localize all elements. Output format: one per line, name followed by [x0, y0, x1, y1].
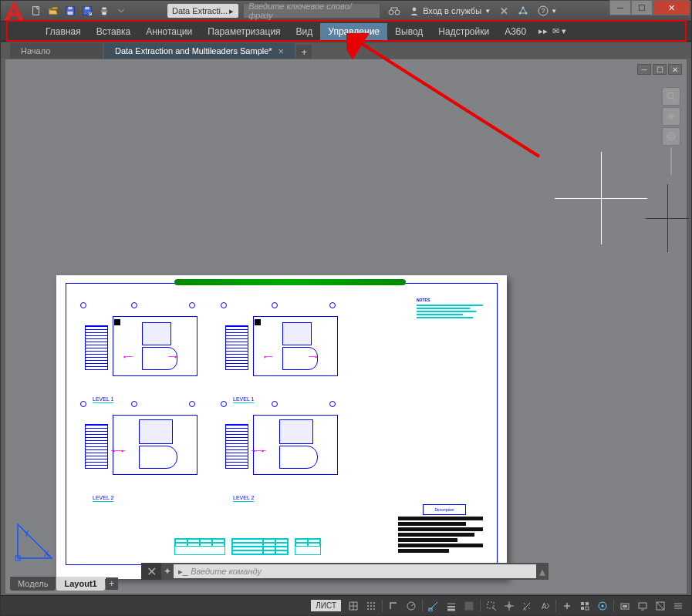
svg-point-28 — [373, 605, 375, 607]
landscape-hedge — [174, 279, 406, 285]
exchange-apps-icon[interactable]: ✕ — [497, 4, 511, 19]
annoscale-icon[interactable]: A — [518, 598, 535, 614]
snap-icon[interactable] — [363, 598, 380, 614]
ortho-icon[interactable] — [385, 598, 402, 614]
doc-minimize-button[interactable]: ─ — [637, 64, 651, 75]
svg-point-31 — [373, 608, 375, 610]
svg-point-29 — [367, 608, 369, 610]
monitor-icon[interactable] — [594, 598, 611, 614]
save-icon[interactable] — [62, 3, 78, 19]
document-title[interactable]: Data Extracti... ▸ — [167, 4, 238, 18]
ribbon-tab-a360[interactable]: A360 — [497, 23, 534, 40]
drawing-area[interactable]: ─ ☐ ✕ NOTES — [5, 59, 687, 594]
file-tab-active[interactable]: Data Extraction and Multileaders Sample*… — [104, 43, 295, 59]
svg-rect-40 — [586, 602, 589, 605]
file-tab-start[interactable]: Начало — [10, 43, 103, 59]
pan-icon[interactable] — [662, 107, 680, 126]
svg-rect-5 — [85, 7, 89, 10]
ribbon-tab-manage[interactable]: Управление — [320, 23, 387, 40]
search-input[interactable]: Введите ключевое слово/фразу — [243, 3, 380, 19]
signin-label: Вход в службы — [423, 6, 481, 15]
revision-box: Description — [423, 504, 466, 515]
svg-rect-0 — [33, 7, 39, 15]
minimize-button[interactable]: ─ — [609, 0, 631, 15]
add-layout-button[interactable]: + — [106, 577, 118, 590]
floor-label: LEVEL 1 — [233, 396, 254, 403]
status-bar: ЛИСТ A A — [1, 595, 691, 615]
clean-icon[interactable] — [652, 598, 669, 614]
quick-access-toolbar — [27, 3, 129, 19]
custom-icon[interactable] — [670, 598, 687, 614]
saveas-icon[interactable] — [79, 3, 95, 19]
new-icon[interactable] — [29, 3, 44, 19]
qat-more-icon[interactable] — [113, 3, 129, 19]
orbit-icon[interactable] — [662, 127, 680, 146]
close-tab-icon[interactable]: × — [278, 45, 285, 57]
cmdline-history-icon[interactable]: ▴ — [536, 564, 549, 579]
svg-point-11 — [413, 8, 417, 12]
svg-rect-47 — [639, 603, 646, 608]
grid-icon[interactable] — [345, 598, 362, 614]
drawing-border: NOTES ◆━━━━ ━━━━◆ — [66, 283, 498, 565]
ribbon-featured-icon[interactable]: ✉ ▾ — [552, 26, 566, 36]
ribbon-tab-addins[interactable]: Надстройки — [430, 23, 497, 40]
print-icon[interactable] — [96, 3, 112, 19]
cmdline-options-icon[interactable]: ✦ — [161, 563, 174, 580]
ribbon-overflow-icon[interactable]: ▸▸ — [538, 26, 548, 36]
window-controls: ─ ☐ ✕ — [609, 0, 690, 15]
navbar-separator — [670, 147, 672, 175]
workspace-icon[interactable] — [576, 598, 593, 614]
general-notes: NOTES — [417, 298, 483, 318]
a360-icon[interactable] — [515, 4, 532, 18]
annoadd-icon[interactable] — [559, 598, 576, 614]
selection-icon[interactable] — [483, 598, 500, 614]
isolate-icon[interactable] — [616, 598, 633, 614]
hardware-icon[interactable] — [634, 598, 651, 614]
maximize-button[interactable]: ☐ — [631, 0, 653, 15]
titlebar: Data Extracti... ▸ Введите ключевое слов… — [1, 1, 691, 21]
notes-title: NOTES — [417, 298, 483, 303]
svg-text:Y: Y — [24, 530, 29, 538]
app-menu-button[interactable] — [1, 1, 27, 21]
cmdline-close-icon[interactable]: ✕ — [141, 563, 161, 580]
svg-rect-8 — [102, 12, 106, 15]
polar-icon[interactable] — [403, 598, 420, 614]
ribbon-tab-insert[interactable]: Вставка — [89, 23, 139, 40]
ribbon-tab-view[interactable]: Вид — [289, 23, 321, 40]
file-tabs: Начало Data Extraction and Multileaders … — [1, 42, 691, 59]
binoculars-icon[interactable] — [385, 4, 403, 18]
zoom-extents-icon[interactable] — [662, 87, 680, 106]
space-label[interactable]: ЛИСТ — [311, 600, 341, 611]
svg-point-27 — [370, 605, 372, 607]
command-line[interactable]: ✕ ✦ ▸_ Введите команду ▴ — [141, 563, 549, 580]
ribbon-tab-output[interactable]: Вывод — [387, 23, 430, 40]
svg-text:?: ? — [542, 7, 545, 15]
osnap-icon[interactable] — [425, 598, 442, 614]
navbar-handle[interactable] — [667, 177, 675, 184]
svg-rect-39 — [581, 602, 584, 605]
svg-point-26 — [367, 605, 369, 607]
ribbon-tab-annotate[interactable]: Аннотации — [138, 23, 200, 40]
command-placeholder: Введите команду — [191, 567, 262, 576]
app-window: Data Extracti... ▸ Введите ключевое слов… — [0, 0, 692, 616]
lineweight-icon[interactable] — [443, 598, 460, 614]
svg-rect-41 — [581, 607, 584, 610]
ribbon-tab-parametric[interactable]: Параметризация — [200, 23, 288, 40]
transparency-icon[interactable] — [461, 598, 478, 614]
close-button[interactable]: ✕ — [653, 0, 690, 15]
ribbon-tab-home[interactable]: Главная — [38, 23, 89, 40]
layout1-tab[interactable]: Layout1 — [56, 577, 104, 591]
svg-rect-46 — [623, 605, 627, 608]
open-icon[interactable] — [46, 3, 61, 19]
command-input[interactable]: ▸_ Введите команду — [174, 564, 536, 578]
signin-button[interactable]: Вход в службы ▼ — [407, 5, 494, 17]
gizmo-icon[interactable] — [501, 598, 518, 614]
navigation-bar — [660, 87, 682, 184]
annovis-icon[interactable]: A — [536, 598, 553, 614]
help-icon[interactable]: ?▼ — [535, 4, 560, 18]
svg-point-30 — [370, 608, 372, 610]
model-tab[interactable]: Модель — [10, 577, 56, 591]
new-tab-button[interactable]: + — [296, 45, 312, 59]
doc-maximize-button[interactable]: ☐ — [653, 64, 667, 75]
doc-close-button[interactable]: ✕ — [668, 64, 682, 75]
